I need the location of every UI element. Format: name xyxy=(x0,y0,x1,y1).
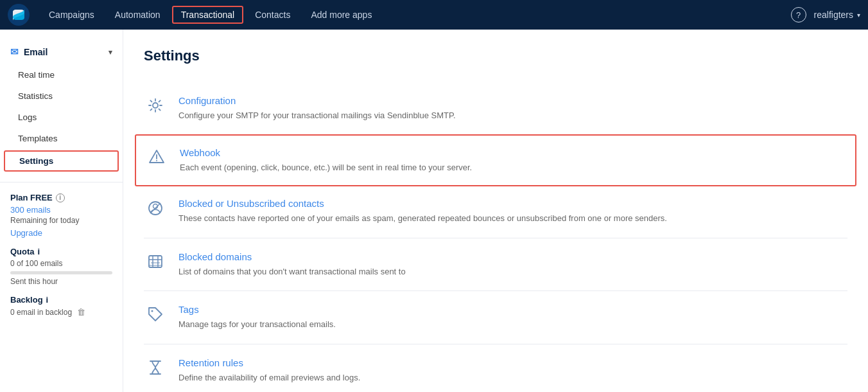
nav-right: ? realfigters ▾ xyxy=(791,7,860,22)
settings-item-configuration[interactable]: Configuration Configure your SMTP for yo… xyxy=(144,82,847,136)
blocked-domain-icon xyxy=(144,253,167,271)
sidebar-chevron: ▾ xyxy=(108,48,112,57)
webhook-desc: Each event (opening, click, bounce, etc.… xyxy=(180,161,846,174)
quota-info-icon[interactable]: i xyxy=(38,247,40,256)
plan-emails: 300 emails xyxy=(10,205,112,215)
blocked-domains-title: Blocked domains xyxy=(178,251,847,262)
plan-label: Plan FREE xyxy=(10,193,53,202)
quota-section: Quota i 0 of 100 emails Sent this hour xyxy=(10,247,112,286)
blocked-contacts-title: Blocked or Unsubscribed contacts xyxy=(178,198,847,209)
quota-label: Quota xyxy=(10,247,35,256)
svg-point-14 xyxy=(152,310,153,312)
gear-icon xyxy=(144,96,167,114)
tags-desc: Manage tags for your transactional email… xyxy=(178,318,847,331)
top-navigation: Campaigns Automation Transactional Conta… xyxy=(0,0,868,30)
main-content: Settings Configuration Configure your SM… xyxy=(123,30,868,392)
configuration-body: Configuration Configure your SMTP for yo… xyxy=(178,95,847,122)
settings-item-blocked-domains[interactable]: Blocked domains List of domains that you… xyxy=(144,238,847,292)
backlog-label: Backlog xyxy=(10,295,43,305)
quota-row: Quota i xyxy=(10,247,112,256)
hourglass-icon xyxy=(144,359,167,377)
quota-count: 0 of 100 emails xyxy=(10,259,112,268)
settings-item-blocked-contacts[interactable]: Blocked or Unsubscribed contacts These c… xyxy=(144,185,847,238)
blocked-user-icon xyxy=(144,199,167,217)
svg-point-4 xyxy=(156,160,157,161)
configuration-title: Configuration xyxy=(178,95,847,106)
quota-bar-bg xyxy=(10,271,112,274)
sidebar-section-email: ✉ Email ▾ Real time Statistics Logs Temp… xyxy=(0,40,123,172)
settings-list: Configuration Configure your SMTP for yo… xyxy=(144,82,847,392)
sidebar: ✉ Email ▾ Real time Statistics Logs Temp… xyxy=(0,30,123,392)
tag-icon xyxy=(144,305,167,323)
logo[interactable] xyxy=(8,4,30,26)
upgrade-link[interactable]: Upgrade xyxy=(10,228,42,238)
page-title: Settings xyxy=(144,48,847,64)
trash-icon[interactable]: 🗑 xyxy=(77,307,85,317)
backlog-section: Backlog i 0 email in backlog 🗑 xyxy=(10,295,112,317)
blocked-domains-desc: List of domains that you don't want tran… xyxy=(178,265,847,278)
webhook-body: Webhook Each event (opening, click, boun… xyxy=(180,147,846,174)
configuration-desc: Configure your SMTP for your transaction… xyxy=(178,109,847,122)
retention-title: Retention rules xyxy=(178,357,847,368)
user-chevron: ▾ xyxy=(857,12,860,19)
svg-point-1 xyxy=(153,103,158,108)
plan-info-icon[interactable]: i xyxy=(56,193,65,202)
tags-body: Tags Manage tags for your transactional … xyxy=(178,304,847,331)
sidebar-item-logs[interactable]: Logs xyxy=(0,107,123,128)
page-layout: ✉ Email ▾ Real time Statistics Logs Temp… xyxy=(0,30,868,392)
retention-body: Retention rules Define the availability … xyxy=(178,357,847,384)
settings-item-retention[interactable]: Retention rules Define the availability … xyxy=(144,344,847,393)
sidebar-email-header[interactable]: ✉ Email ▾ xyxy=(0,40,123,64)
help-icon[interactable]: ? xyxy=(791,7,806,22)
quota-sent: Sent this hour xyxy=(10,277,112,286)
backlog-row: Backlog i xyxy=(10,295,112,305)
retention-desc: Define the availability of email preview… xyxy=(178,371,847,384)
username: realfigters xyxy=(814,10,853,20)
nav-add-more-apps[interactable]: Add more apps xyxy=(302,6,381,24)
backlog-info-icon[interactable]: i xyxy=(46,295,49,305)
sidebar-item-templates[interactable]: Templates xyxy=(0,128,123,149)
sidebar-section-label: Email xyxy=(24,47,48,57)
nav-items: Campaigns Automation Transactional Conta… xyxy=(40,6,791,24)
nav-campaigns[interactable]: Campaigns xyxy=(40,6,103,24)
plan-remaining: Remaining for today xyxy=(10,216,112,225)
nav-contacts[interactable]: Contacts xyxy=(246,6,299,24)
settings-item-tags[interactable]: Tags Manage tags for your transactional … xyxy=(144,291,847,344)
blocked-contacts-body: Blocked or Unsubscribed contacts These c… xyxy=(178,198,847,225)
backlog-count: 0 email in backlog xyxy=(10,308,72,317)
email-icon: ✉ xyxy=(10,46,19,58)
nav-automation[interactable]: Automation xyxy=(106,6,169,24)
webhook-icon xyxy=(145,148,168,166)
svg-line-7 xyxy=(150,203,161,213)
plan-row: Plan FREE i xyxy=(10,193,112,202)
user-menu[interactable]: realfigters ▾ xyxy=(814,10,860,20)
sidebar-item-statistics[interactable]: Statistics xyxy=(0,85,123,107)
settings-item-webhook[interactable]: Webhook Each event (opening, click, boun… xyxy=(135,134,856,187)
blocked-contacts-desc: These contacts have reported one of your… xyxy=(178,212,847,225)
nav-transactional[interactable]: Transactional xyxy=(172,6,244,24)
blocked-domains-body: Blocked domains List of domains that you… xyxy=(178,251,847,278)
sidebar-plan-info: Plan FREE i 300 emails Remaining for tod… xyxy=(0,182,123,327)
sidebar-item-settings[interactable]: Settings xyxy=(4,150,119,172)
tags-title: Tags xyxy=(178,304,847,315)
webhook-title: Webhook xyxy=(180,147,846,158)
sidebar-item-realtime[interactable]: Real time xyxy=(0,64,123,85)
